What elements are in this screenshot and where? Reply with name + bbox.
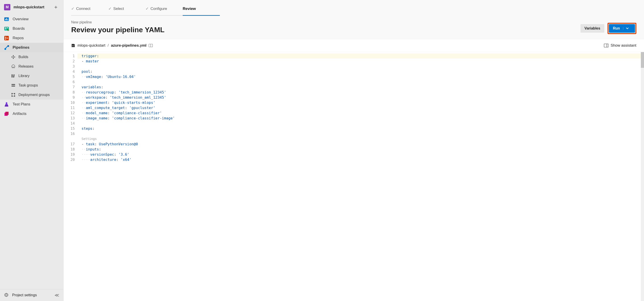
svg-point-11 — [5, 39, 6, 40]
sidebar-footer[interactable]: Project settings ≪ — [0, 289, 63, 301]
collapse-icon[interactable]: ≪ — [54, 292, 59, 298]
svg-rect-26 — [14, 93, 15, 94]
svg-rect-6 — [5, 28, 6, 29]
show-assistant-button[interactable]: Show assistant — [604, 43, 636, 48]
breadcrumb: New pipeline — [71, 20, 580, 24]
rename-icon[interactable] — [149, 44, 153, 47]
svg-rect-5 — [5, 28, 6, 28]
project-settings-label: Project settings — [12, 293, 37, 297]
nav-label: Test Plans — [12, 102, 30, 106]
pipelines-icon — [4, 45, 9, 50]
svg-rect-21 — [12, 74, 13, 78]
scrollbar-thumb[interactable] — [641, 52, 644, 68]
svg-rect-1 — [5, 19, 6, 20]
svg-rect-7 — [7, 28, 8, 28]
library-icon — [11, 74, 16, 78]
run-button[interactable]: Run — [609, 24, 635, 33]
nav-label: Artifacts — [12, 112, 26, 116]
wizard-tab-review[interactable]: Review — [183, 4, 220, 16]
sidebar-header: M mlops-quickstart + — [0, 0, 63, 14]
nav-repos[interactable]: Repos — [0, 33, 63, 43]
svg-rect-24 — [12, 86, 15, 86]
svg-rect-13 — [4, 48, 6, 50]
svg-rect-22 — [14, 74, 15, 78]
nav-label: Task groups — [18, 83, 38, 88]
nav-releases[interactable]: Releases — [0, 62, 63, 71]
run-button-highlight: Run — [608, 23, 636, 34]
builds-icon — [11, 54, 16, 60]
nav-builds[interactable]: Builds — [0, 52, 63, 62]
svg-rect-28 — [14, 96, 15, 97]
repos-icon — [4, 36, 9, 40]
svg-point-10 — [5, 37, 6, 38]
nav-artifacts[interactable]: Artifacts — [0, 109, 63, 118]
editor[interactable]: 1234567891011121314151617181920 trigger:… — [64, 52, 644, 301]
nav-taskgroups[interactable]: Task groups — [0, 81, 63, 90]
repo-icon — [71, 44, 75, 48]
wizard-tab-configure[interactable]: ✓ Configure — [146, 4, 183, 16]
nav-pipelines[interactable]: Pipelines — [0, 43, 63, 52]
variables-button[interactable]: Variables — [580, 24, 604, 33]
check-icon: ✓ — [71, 6, 74, 11]
show-assistant-label: Show assistant — [611, 43, 636, 48]
svg-point-12 — [7, 38, 8, 38]
svg-rect-33 — [604, 44, 608, 47]
panel-icon — [604, 44, 608, 47]
wizard-tab-label: Select — [113, 6, 124, 11]
overview-icon — [4, 17, 9, 22]
line-gutter: 1234567891011121314151617181920 — [64, 52, 78, 301]
chevron-down-icon — [626, 27, 629, 30]
svg-rect-15 — [13, 55, 14, 56]
check-icon: ✓ — [108, 6, 112, 11]
wizard-tab-select[interactable]: ✓ Select — [108, 4, 146, 16]
scrollbar-vertical[interactable] — [641, 52, 644, 301]
nav-overview[interactable]: Overview — [0, 14, 63, 24]
page-title: Review your pipeline YAML — [71, 26, 580, 34]
svg-rect-30 — [6, 112, 8, 115]
nav-list: Overview Boards Repos Pipelines Builds — [0, 14, 63, 289]
nav-boards[interactable]: Boards — [0, 24, 63, 33]
project-name[interactable]: mlops-quickstart — [14, 5, 52, 10]
svg-rect-3 — [8, 20, 8, 20]
wizard-tab-label: Connect — [76, 6, 90, 11]
file-bar: mlops-quickstart / azure-pipelines.yml S… — [64, 39, 644, 52]
boards-icon — [4, 26, 9, 31]
project-badge: M — [4, 4, 10, 10]
nav-label: Pipelines — [12, 45, 30, 50]
nav-testplans[interactable]: Test Plans — [0, 100, 63, 109]
nav-label: Overview — [12, 17, 28, 22]
add-button[interactable]: + — [52, 3, 59, 11]
path-separator: / — [108, 43, 109, 48]
releases-icon — [11, 64, 16, 69]
codelens-settings[interactable]: Settings — [78, 136, 644, 142]
svg-rect-2 — [6, 18, 7, 20]
run-button-caret[interactable] — [623, 27, 631, 30]
svg-rect-25 — [12, 93, 12, 94]
svg-rect-17 — [14, 56, 15, 58]
nav-label: Builds — [18, 55, 28, 59]
svg-rect-16 — [12, 56, 12, 58]
repo-name[interactable]: mlops-quickstart — [78, 43, 106, 48]
nav-label: Library — [18, 74, 30, 78]
run-button-label: Run — [613, 26, 620, 30]
svg-rect-20 — [12, 74, 12, 78]
page-header: New pipeline Review your pipeline YAML V… — [64, 16, 644, 39]
nav-library[interactable]: Library — [0, 71, 63, 81]
wizard-tabs: ✓ Connect ✓ Select ✓ Configure Review — [64, 0, 644, 16]
svg-rect-18 — [13, 58, 14, 59]
file-name[interactable]: azure-pipelines.yml — [111, 43, 147, 48]
wizard-tab-connect[interactable]: ✓ Connect — [71, 4, 108, 16]
nav-label: Repos — [12, 36, 24, 40]
deployment-icon — [11, 92, 16, 97]
nav-label: Boards — [12, 26, 25, 31]
nav-label: Releases — [18, 64, 34, 68]
sidebar: M mlops-quickstart + Overview Boards Rep… — [0, 0, 64, 301]
svg-rect-23 — [12, 84, 15, 85]
svg-rect-19 — [13, 56, 14, 58]
artifacts-icon — [4, 111, 9, 116]
nav-deploymentgroups[interactable]: Deployment groups — [0, 90, 63, 100]
wizard-tab-label: Review — [183, 6, 196, 11]
code-area[interactable]: trigger:- master pool:··vmImage: 'Ubuntu… — [78, 52, 644, 301]
wizard-tab-label: Configure — [150, 6, 167, 11]
svg-rect-27 — [12, 96, 12, 97]
